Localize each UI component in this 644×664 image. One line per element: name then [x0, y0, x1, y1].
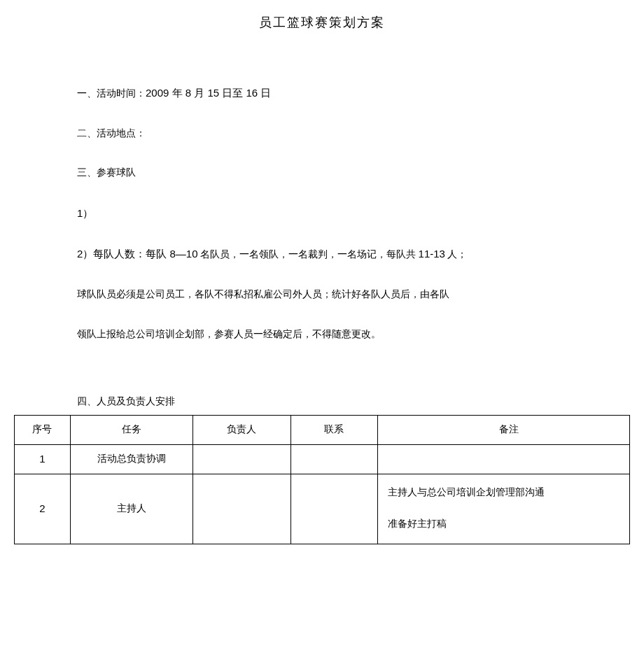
cell-seq: 2: [39, 502, 45, 514]
remark-line-2: 准备好主打稿: [388, 509, 629, 540]
s3-2-pre-num: 2）每队人数：每队: [77, 248, 170, 260]
section-3-para-2: 领队上报给总公司培训企划部，参赛人员一经确定后，不得随意更改。: [77, 325, 567, 344]
table-row: 2 主持人 主持人与总公司培训企划管理部沟通 准备好主打稿: [15, 474, 630, 544]
document-title: 员工篮球赛策划方案: [0, 0, 644, 31]
cell-task: 活动总负责协调: [70, 444, 192, 474]
s3-2-num2: 11-13: [419, 248, 445, 260]
header-person: 负责人: [192, 415, 290, 444]
section-3-para-1: 球队队员必须是公司员工，各队不得私招私雇公司外人员；统计好各队人员后，由各队: [77, 285, 567, 304]
cell-contact: [290, 474, 378, 544]
header-task: 任务: [70, 415, 192, 444]
s3-2-mid: 名队员，一名领队，一名裁判，一名场记，每队共: [198, 249, 419, 260]
header-contact: 联系: [290, 415, 378, 444]
section-3-item-2: 2）每队人数：每队 8—10 名队员，一名领队，一名裁判，一名场记，每队共 11…: [77, 244, 567, 264]
section-3-item-1: 1）: [77, 204, 567, 224]
section-1-date: 2009 年 8 月 15 日至 16 日: [146, 87, 271, 99]
cell-contact: [290, 444, 378, 474]
cell-person: [192, 474, 290, 544]
table-row: 1 活动总负责协调: [15, 444, 630, 474]
cell-remark: 主持人与总公司培训企划管理部沟通 准备好主打稿: [378, 474, 630, 544]
cell-remark: [378, 444, 630, 474]
section-3: 三、参赛球队: [77, 164, 567, 183]
section-4-label: 四、人员及负责人安排: [77, 393, 567, 411]
s3-2-post: 人；: [445, 249, 468, 260]
document-body: 一、活动时间：2009 年 8 月 15 日至 16 日 二、活动地点： 三、参…: [0, 31, 644, 411]
s3-2-num1: 8—10: [170, 248, 198, 260]
section-1-label: 一、活动时间：: [77, 88, 146, 99]
remark-line-1: 主持人与总公司培训企划管理部沟通: [388, 477, 629, 509]
table-header-row: 序号 任务 负责人 联系 备注: [15, 415, 630, 444]
section-1: 一、活动时间：2009 年 8 月 15 日至 16 日: [77, 83, 567, 104]
section-2: 二、活动地点：: [77, 125, 567, 143]
personnel-table: 序号 任务 负责人 联系 备注 1 活动总负责协调 2 主持人 主持人与总公司培…: [14, 415, 630, 544]
header-seq: 序号: [15, 415, 71, 444]
cell-seq: 1: [39, 453, 45, 465]
cell-task: 主持人: [70, 474, 192, 544]
header-remark: 备注: [378, 415, 630, 444]
cell-person: [192, 444, 290, 474]
section-3-item-1-label: 1）: [77, 207, 93, 219]
